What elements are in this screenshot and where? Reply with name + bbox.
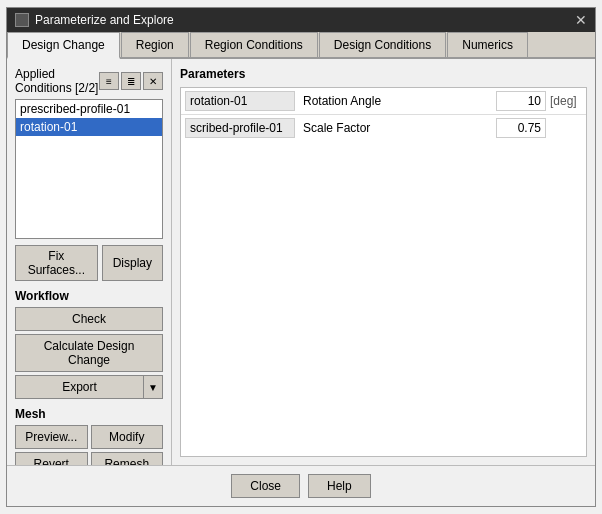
revert-button[interactable]: Revert — [15, 452, 88, 465]
tab-bar: Design Change Region Region Conditions D… — [7, 32, 595, 59]
delete-icon-button[interactable]: ✕ — [143, 72, 163, 90]
main-window: Parameterize and Explore ✕ Design Change… — [6, 7, 596, 507]
title-bar: Parameterize and Explore ✕ — [7, 8, 595, 32]
preview-button[interactable]: Preview... — [15, 425, 88, 449]
window-title: Parameterize and Explore — [35, 13, 174, 27]
export-row: Export ▼ — [15, 375, 163, 399]
remesh-button[interactable]: Remesh — [91, 452, 164, 465]
bottom-buttons: Fix Surfaces... Display — [15, 245, 163, 281]
mesh-grid: Preview... Modify Revert Remesh History.… — [15, 425, 163, 465]
condition-item-rotation[interactable]: rotation-01 — [16, 118, 162, 136]
sort-icon-button[interactable]: ≡ — [99, 72, 119, 90]
check-button[interactable]: Check — [15, 307, 163, 331]
tab-numerics[interactable]: Numerics — [447, 32, 528, 57]
help-button[interactable]: Help — [308, 474, 371, 498]
param-name-0: rotation-01 — [185, 91, 295, 111]
main-content: Applied Conditions [2/2] ≡ ≣ ✕ prescribe… — [7, 59, 595, 465]
footer: Close Help — [7, 465, 595, 506]
params-label: Parameters — [180, 67, 587, 81]
workflow-section: Workflow Check Calculate Design Change E… — [15, 289, 163, 399]
fix-surfaces-button[interactable]: Fix Surfaces... — [15, 245, 98, 281]
applied-conditions-label: Applied Conditions [2/2] — [15, 67, 99, 95]
param-row-0: rotation-01 Rotation Angle [deg] — [181, 88, 586, 115]
close-button[interactable]: Close — [231, 474, 300, 498]
export-button[interactable]: Export — [15, 375, 143, 399]
param-name-1: scribed-profile-01 — [185, 118, 295, 138]
left-panel: Applied Conditions [2/2] ≡ ≣ ✕ prescribe… — [7, 59, 172, 465]
window-close-button[interactable]: ✕ — [575, 13, 587, 27]
app-icon — [15, 13, 29, 27]
tab-design-conditions[interactable]: Design Conditions — [319, 32, 446, 57]
title-bar-left: Parameterize and Explore — [15, 13, 174, 27]
mesh-label: Mesh — [15, 407, 163, 421]
mesh-section: Mesh Preview... Modify Revert Remesh His… — [15, 407, 163, 465]
display-button[interactable]: Display — [102, 245, 163, 281]
conditions-list[interactable]: prescribed-profile-01 rotation-01 — [15, 99, 163, 239]
applied-conditions-header: Applied Conditions [2/2] ≡ ≣ ✕ — [15, 67, 163, 95]
param-unit-0: [deg] — [550, 94, 582, 108]
tab-region-conditions[interactable]: Region Conditions — [190, 32, 318, 57]
param-desc-0: Rotation Angle — [299, 92, 492, 110]
param-row-1: scribed-profile-01 Scale Factor — [181, 115, 586, 141]
param-desc-1: Scale Factor — [299, 119, 492, 137]
params-table: rotation-01 Rotation Angle [deg] scribed… — [180, 87, 587, 457]
param-value-1[interactable] — [496, 118, 546, 138]
param-value-0[interactable] — [496, 91, 546, 111]
calculate-button[interactable]: Calculate Design Change — [15, 334, 163, 372]
tab-region[interactable]: Region — [121, 32, 189, 57]
workflow-label: Workflow — [15, 289, 163, 303]
tab-design-change[interactable]: Design Change — [7, 32, 120, 59]
condition-item-prescribed[interactable]: prescribed-profile-01 — [16, 100, 162, 118]
icon-buttons: ≡ ≣ ✕ — [99, 72, 163, 90]
filter-icon-button[interactable]: ≣ — [121, 72, 141, 90]
export-arrow-button[interactable]: ▼ — [143, 375, 163, 399]
right-panel: Parameters rotation-01 Rotation Angle [d… — [172, 59, 595, 465]
modify-button[interactable]: Modify — [91, 425, 164, 449]
